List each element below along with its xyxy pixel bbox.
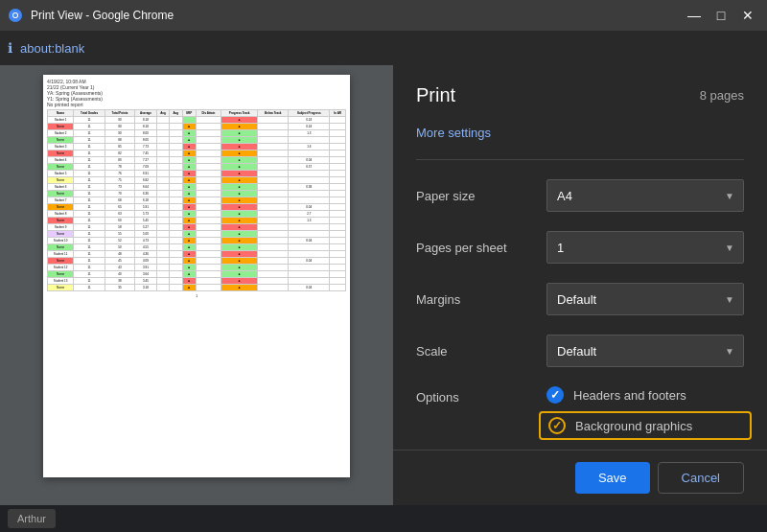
close-button[interactable]: ✕ [736, 6, 759, 25]
background-graphics-checkbox-box: ✓ [548, 417, 566, 434]
arthur-tab[interactable]: Arthur [8, 509, 56, 528]
headers-footers-checkbox[interactable]: ✓ Headers and footers [546, 386, 744, 404]
background-graphics-checkbox[interactable]: ✓ Background graphics [539, 411, 752, 440]
headers-footers-checkbox-box: ✓ [546, 386, 564, 404]
scale-select[interactable]: Default [546, 335, 744, 367]
settings-footer: Save Cancel [393, 450, 767, 505]
scale-select-wrapper: Default ▼ [546, 335, 744, 367]
settings-panel: Print 8 pages More settings Paper size A… [393, 65, 767, 505]
bottom-bar: Arthur [0, 505, 767, 532]
svg-point-2 [13, 13, 17, 17]
pages-per-sheet-row: Pages per sheet 1 ▼ [416, 231, 744, 264]
window-controls: — □ ✕ [683, 6, 759, 25]
address-bar: ℹ about:blank [0, 31, 767, 65]
more-settings-link[interactable]: More settings [416, 126, 744, 140]
preview-table: Name Total Grades Total Points Average A… [47, 109, 346, 291]
scale-row: Scale Default ▼ [416, 335, 744, 367]
pages-per-sheet-select-wrapper: 1 ▼ [546, 231, 744, 264]
print-title: Print 8 pages [416, 84, 744, 106]
margins-row: Margins Default ▼ [416, 283, 744, 315]
headers-footers-label: Headers and footers [573, 388, 686, 403]
pages-count: 8 pages [700, 88, 744, 103]
options-checkboxes: ✓ Headers and footers ✓ Background graph… [546, 386, 744, 436]
main-content: 4/19/22, 10:08 AM 21/22 (Current Year 1)… [0, 65, 767, 505]
background-graphics-label: Background graphics [575, 419, 692, 433]
headers-footers-checkmark-icon: ✓ [550, 388, 560, 402]
pages-per-sheet-select[interactable]: 1 [546, 231, 744, 264]
paper-size-select-wrapper: A4 ▼ [546, 179, 744, 212]
minimize-button[interactable]: — [683, 6, 706, 25]
window-title: Print View - Google Chrome [31, 9, 675, 22]
paper-size-row: Paper size A4 ▼ [416, 179, 744, 212]
scale-label: Scale [416, 344, 531, 359]
preview-scroll[interactable]: 4/19/22, 10:08 AM 21/22 (Current Year 1)… [0, 65, 393, 505]
margins-label: Margins [416, 292, 531, 307]
options-label: Options [416, 386, 531, 405]
settings-divider [416, 159, 744, 160]
options-row: Options ✓ Headers and footers ✓ [416, 386, 744, 436]
preview-page: 4/19/22, 10:08 AM 21/22 (Current Year 1)… [43, 75, 350, 477]
maximize-button[interactable]: □ [709, 6, 732, 25]
pages-per-sheet-label: Pages per sheet [416, 241, 531, 255]
cancel-button[interactable]: Cancel [658, 462, 744, 494]
preview-header: 4/19/22, 10:08 AM 21/22 (Current Year 1)… [47, 79, 346, 107]
margins-select-wrapper: Default ▼ [546, 283, 744, 315]
settings-scroll[interactable]: Print 8 pages More settings Paper size A… [393, 65, 767, 450]
chrome-icon [8, 8, 23, 23]
title-bar: Print View - Google Chrome — □ ✕ [0, 0, 767, 31]
background-graphics-checkmark-icon: ✓ [552, 419, 562, 432]
address-text: about:blank [20, 41, 84, 56]
save-button[interactable]: Save [575, 462, 650, 494]
paper-size-select[interactable]: A4 [546, 179, 744, 212]
margins-select[interactable]: Default [546, 283, 744, 315]
preview-panel: 4/19/22, 10:08 AM 21/22 (Current Year 1)… [0, 65, 393, 505]
info-icon: ℹ [8, 40, 12, 56]
paper-size-label: Paper size [416, 189, 531, 203]
